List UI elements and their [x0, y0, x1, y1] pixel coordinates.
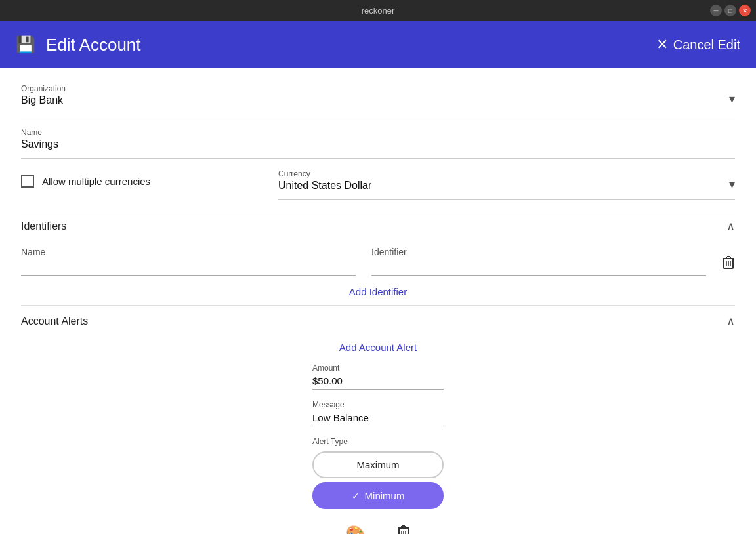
name-value: Savings	[21, 138, 735, 153]
minimum-check-icon: ✓	[352, 491, 360, 501]
identifiers-section-header: Identifiers ∧	[21, 211, 735, 241]
identifier-name-field: Name	[21, 247, 356, 276]
alert-type-buttons: Maximum ✓ Minimum	[312, 451, 444, 509]
close-button[interactable]: ✕	[739, 5, 751, 16]
currency-section: Allow multiple currencies Currency Unite…	[21, 169, 735, 211]
cancel-x-icon: ✕	[656, 36, 668, 53]
app-title: reckoner	[362, 6, 395, 16]
header-left: 💾 Edit Account	[16, 35, 141, 55]
id-identifier-label: Identifier	[371, 247, 706, 257]
window-controls: ─ □ ✕	[710, 5, 751, 16]
currency-dropdown-icon[interactable]: ▾	[729, 177, 735, 194]
identifier-name-input[interactable]	[21, 258, 356, 276]
alert-actions: 🎨	[346, 525, 410, 534]
identifier-value-input[interactable]	[371, 258, 706, 276]
alert-message-label: Message	[312, 400, 444, 409]
page-title: Edit Account	[46, 35, 141, 55]
save-icon: 💾	[16, 35, 35, 54]
alert-form: Amount $50.00 Message Low Balance Alert …	[21, 363, 735, 534]
alert-message-field: Message Low Balance	[312, 400, 444, 426]
alert-amount-label: Amount	[312, 363, 444, 373]
currency-field: Currency United States Dollar ▾	[278, 169, 735, 211]
name-divider	[21, 158, 735, 159]
account-alerts-header: Account Alerts ∧	[21, 306, 735, 337]
currency-label: Currency	[278, 169, 729, 178]
name-label: Name	[21, 128, 735, 137]
organization-divider	[21, 117, 735, 117]
identifier-value-field: Identifier	[371, 247, 706, 276]
allow-multiple-currencies-label: Allow multiple currencies	[42, 176, 150, 187]
minimize-button[interactable]: ─	[710, 5, 722, 16]
alert-message-value: Low Balance	[312, 411, 444, 426]
allow-multiple-currencies-field: Allow multiple currencies	[21, 169, 257, 190]
add-identifier-link[interactable]: Add Identifier	[21, 278, 735, 305]
account-alerts-title: Account Alerts	[21, 316, 88, 327]
id-name-label: Name	[21, 247, 356, 257]
alert-type-label: Alert Type	[312, 437, 444, 446]
allow-multiple-currencies-checkbox[interactable]	[21, 175, 34, 188]
titlebar: reckoner ─ □ ✕	[0, 0, 756, 21]
account-alerts-chevron-icon[interactable]: ∧	[726, 314, 735, 329]
minimum-label: Minimum	[365, 490, 405, 501]
alert-type-section: Alert Type Maximum ✓ Minimum	[312, 437, 444, 509]
add-account-alert-link[interactable]: Add Account Alert	[21, 337, 735, 363]
alert-type-maximum-button[interactable]: Maximum	[312, 451, 444, 478]
page-header: 💾 Edit Account ✕ Cancel Edit	[0, 21, 756, 68]
maximize-button[interactable]: □	[724, 5, 736, 16]
identifier-delete-button[interactable]	[722, 255, 735, 276]
main-content: Organization Big Bank ▾ Name Savings All…	[0, 68, 756, 534]
identifier-row: Name Identifier	[21, 241, 735, 278]
paint-palette-icon[interactable]: 🎨	[346, 525, 366, 534]
name-field: Name Savings	[21, 128, 735, 159]
currency-value: United States Dollar	[278, 180, 729, 194]
alert-amount-field: Amount $50.00	[312, 363, 444, 390]
organization-field: Organization Big Bank ▾	[21, 84, 735, 117]
cancel-edit-button[interactable]: ✕ Cancel Edit	[656, 36, 740, 53]
alert-delete-button[interactable]	[397, 525, 410, 534]
maximum-label: Maximum	[356, 459, 399, 470]
identifiers-chevron-icon[interactable]: ∧	[726, 219, 735, 234]
organization-label: Organization	[21, 84, 729, 93]
alert-amount-value: $50.00	[312, 374, 444, 390]
alert-type-minimum-button[interactable]: ✓ Minimum	[312, 482, 444, 509]
identifiers-title: Identifiers	[21, 220, 66, 232]
account-alerts-section: Account Alerts ∧ Add Account Alert Amoun…	[21, 306, 735, 534]
cancel-label: Cancel Edit	[673, 37, 740, 52]
organization-dropdown-icon[interactable]: ▾	[729, 92, 735, 109]
currency-divider	[278, 199, 735, 200]
organization-value: Big Bank	[21, 94, 729, 109]
